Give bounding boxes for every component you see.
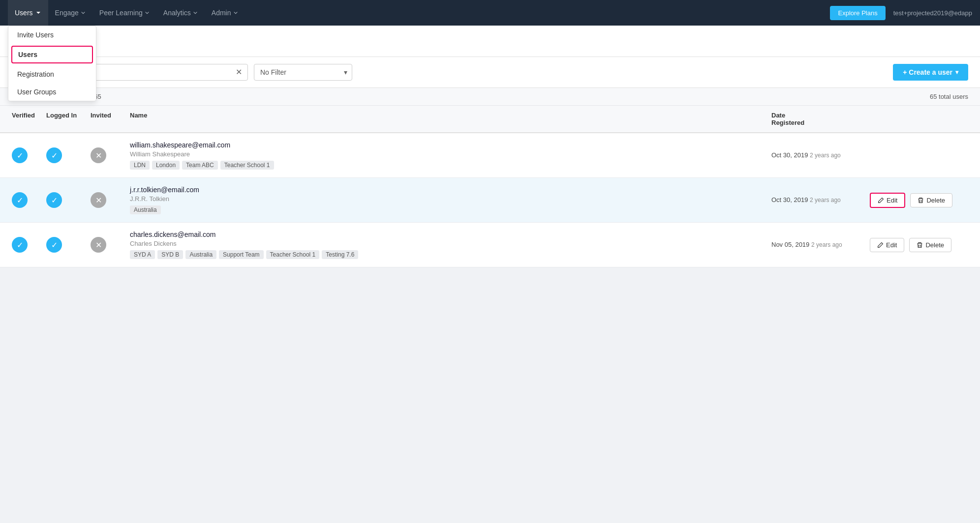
date-ago: 2 years ago xyxy=(810,197,841,203)
page-title: Users xyxy=(12,34,968,50)
col-header-invited: Invited xyxy=(91,112,130,126)
nav-item-peer-learning[interactable]: Peer Learning xyxy=(92,0,156,26)
user-cell-tolkien: j.r.r.tolkien@email.com J.R.R. Tolkien A… xyxy=(130,186,771,214)
verified-check-icon: ✓ xyxy=(12,192,28,208)
create-user-label: + Create a user xyxy=(903,68,952,76)
invited-status: ✕ xyxy=(91,237,130,253)
col-header-logged-in: Logged In xyxy=(46,112,91,126)
user-tags: LDN London Team ABC Teacher School 1 xyxy=(130,161,771,170)
tag-ldn: LDN xyxy=(130,161,150,170)
chevron-down-icon xyxy=(233,10,238,15)
create-user-caret-icon: ▾ xyxy=(955,69,958,76)
table-row: ✓ ✓ ✕ charles.dickens@email.com Charles … xyxy=(0,223,980,267)
actions-cell-dickens: Edit Delete xyxy=(870,238,968,252)
nav-item-admin[interactable]: Admin xyxy=(205,0,245,26)
nav-item-engage[interactable]: Engage xyxy=(48,0,92,26)
date-ago: 2 years ago xyxy=(811,241,842,248)
invited-status: ✕ xyxy=(91,192,130,208)
toolbar: ✕ No Filter Verified Not Verified Logged… xyxy=(0,57,980,88)
date-cell: Oct 30, 2019 2 years ago xyxy=(771,150,870,160)
invited-cross-icon: ✕ xyxy=(91,237,106,253)
nav-engage-label: Engage xyxy=(55,9,79,17)
nav-users-label: Users xyxy=(15,9,33,17)
delete-label: Delete xyxy=(926,197,945,204)
verified-status: ✓ xyxy=(12,237,46,253)
menu-users[interactable]: Users xyxy=(11,46,93,63)
verified-check-icon: ✓ xyxy=(12,237,28,253)
nav-item-users[interactable]: Users xyxy=(8,0,48,26)
users-dropdown-menu: Invite Users Users Registration User Gro… xyxy=(8,26,96,101)
date-cell: Oct 30, 2019 2 years ago xyxy=(771,195,870,205)
logged-in-check-icon: ✓ xyxy=(46,147,62,163)
delete-label: Delete xyxy=(925,241,944,249)
user-tags: Australia xyxy=(130,205,771,214)
table-row: ✓ ✓ ✕ william.shakespeare@email.com Will… xyxy=(0,133,980,178)
user-cell-dickens: charles.dickens@email.com Charles Dicken… xyxy=(130,231,771,259)
edit-icon xyxy=(877,242,884,248)
top-nav: Users Invite Users Users Registration Us… xyxy=(0,0,980,26)
logged-in-status: ✓ xyxy=(46,147,91,163)
filter-select[interactable]: No Filter Verified Not Verified Logged I… xyxy=(254,64,352,81)
invited-status: ✕ xyxy=(91,147,130,163)
chevron-down-icon xyxy=(193,10,198,15)
date-ago: 2 years ago xyxy=(810,152,841,159)
chevron-down-icon xyxy=(81,10,86,15)
trash-icon xyxy=(917,242,923,248)
actions-cell-tolkien: Edit Delete xyxy=(870,193,968,208)
invited-cross-icon: ✕ xyxy=(91,147,106,163)
tag-australia: Australia xyxy=(185,250,216,259)
user-tags: SYD A SYD B Australia Support Team Teach… xyxy=(130,250,771,259)
nav-admin-label: Admin xyxy=(212,9,231,17)
table-header: Verified Logged In Invited Name DateRegi… xyxy=(0,106,980,133)
nav-user-email: test+projected2019@edapp xyxy=(893,9,972,17)
create-user-button[interactable]: + Create a user ▾ xyxy=(893,64,968,81)
stats-bar: 51 of 65 65 of 65 0 of 65 65 total users xyxy=(0,88,980,106)
logged-in-check-icon: ✓ xyxy=(46,192,62,208)
chevron-down-icon xyxy=(145,10,150,15)
logged-in-status: ✓ xyxy=(46,237,91,253)
verified-status: ✓ xyxy=(12,192,46,208)
users-table: Verified Logged In Invited Name DateRegi… xyxy=(0,106,980,267)
menu-registration[interactable]: Registration xyxy=(8,65,96,83)
col-header-verified: Verified xyxy=(12,112,46,126)
table-row: ✓ ✓ ✕ j.r.r.tolkien@email.com J.R.R. Tol… xyxy=(0,178,980,223)
search-clear-button[interactable]: ✕ xyxy=(234,67,244,77)
edit-icon xyxy=(878,197,884,203)
user-email: william.shakespeare@email.com xyxy=(130,141,771,149)
trash-icon xyxy=(918,197,924,203)
menu-invite-users[interactable]: Invite Users xyxy=(8,26,96,44)
user-cell-shakespeare: william.shakespeare@email.com William Sh… xyxy=(130,141,771,170)
edit-label: Edit xyxy=(887,197,897,204)
tag-london: London xyxy=(152,161,180,170)
tag-team-abc: Team ABC xyxy=(182,161,218,170)
nav-peer-learning-label: Peer Learning xyxy=(99,9,143,17)
filter-wrapper: No Filter Verified Not Verified Logged I… xyxy=(254,64,352,81)
edit-button[interactable]: Edit xyxy=(870,238,904,252)
tag-teacher-school-1: Teacher School 1 xyxy=(266,250,320,259)
invited-cross-icon: ✕ xyxy=(91,192,106,208)
tag-testing-7-6: Testing 7.6 xyxy=(322,250,358,259)
chevron-down-icon xyxy=(35,10,41,16)
user-email: j.r.r.tolkien@email.com xyxy=(130,186,771,194)
logged-in-status: ✓ xyxy=(46,192,91,208)
nav-item-analytics[interactable]: Analytics xyxy=(156,0,205,26)
tag-teacher-school-1: Teacher School 1 xyxy=(220,161,274,170)
tag-australia: Australia xyxy=(130,205,161,214)
logged-in-check-icon: ✓ xyxy=(46,237,62,253)
verified-check-icon: ✓ xyxy=(12,147,28,163)
edit-label: Edit xyxy=(886,241,897,249)
tag-syd-b: SYD B xyxy=(157,250,183,259)
nav-analytics-label: Analytics xyxy=(163,9,191,17)
delete-button[interactable]: Delete xyxy=(910,193,952,207)
user-email: charles.dickens@email.com xyxy=(130,231,771,238)
edit-button[interactable]: Edit xyxy=(870,193,905,208)
user-name: Charles Dickens xyxy=(130,240,771,247)
col-header-actions xyxy=(870,112,968,126)
tag-syd-a: SYD A xyxy=(130,250,155,259)
explore-plans-button[interactable]: Explore Plans xyxy=(830,6,885,20)
tag-support-team: Support Team xyxy=(219,250,264,259)
menu-user-groups[interactable]: User Groups xyxy=(8,83,96,101)
user-name: J.R.R. Tolkien xyxy=(130,195,771,203)
delete-button[interactable]: Delete xyxy=(909,238,951,252)
stat-total: 65 total users xyxy=(930,93,968,100)
